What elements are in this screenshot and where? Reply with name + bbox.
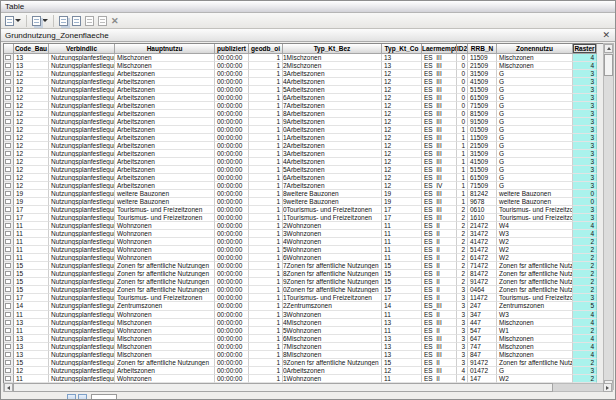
cell-raster[interactable]: 3	[573, 86, 597, 94]
cell-typ_kt_co[interactable]: 11	[382, 246, 422, 254]
cell-geodb_oi[interactable]: 1	[249, 238, 283, 246]
cell-rrb_n[interactable]: 647	[468, 335, 497, 343]
cell-publiziert[interactable]: 00:00:00	[215, 311, 249, 319]
cell-code_bau[interactable]: 19	[14, 198, 49, 206]
cell-laermempf[interactable]: ES_II	[422, 246, 457, 254]
horizontal-scroll-thumb[interactable]	[13, 383, 553, 392]
cell-raster[interactable]: 2	[573, 270, 597, 278]
cell-code_bau[interactable]: 15	[14, 359, 49, 367]
column-header-typ_kt_co[interactable]: Typ_Kt_Co	[382, 44, 422, 54]
cell-typ_kt_co[interactable]: 15	[382, 359, 422, 367]
cell-geodb_oi[interactable]: 1	[249, 278, 283, 286]
cell-geodb_oi[interactable]: 1	[249, 214, 283, 222]
cell-typ_kt_co[interactable]: 12	[382, 158, 422, 166]
scroll-right-button[interactable]	[603, 383, 612, 392]
cell-raster[interactable]: 2	[573, 262, 597, 270]
row-selector[interactable]	[4, 246, 14, 254]
cell-verbindlic[interactable]: Nutzungsplanfestlegung	[49, 302, 115, 310]
cell-typ_kt_bez[interactable]: 2Zentrumszonen	[283, 302, 382, 310]
cell-geodb_oi[interactable]: 1	[249, 70, 283, 78]
cell-hauptnutzu[interactable]: Mischzonen	[115, 351, 215, 359]
cell-laermempf[interactable]: ES_III	[422, 351, 457, 359]
cell-laermempf[interactable]: ES_II	[422, 294, 457, 302]
cell-code_bau[interactable]: 12	[14, 86, 49, 94]
cell-publiziert[interactable]: 00:00:00	[215, 343, 249, 351]
cell-raster[interactable]: 2	[573, 238, 597, 246]
cell-publiziert[interactable]: 00:00:00	[215, 270, 249, 278]
cell-hauptnutzu[interactable]: Zonen fsr affentliche Nutzungen	[115, 359, 215, 367]
cell-zonennutzu[interactable]: weitere Bauzonen	[497, 190, 573, 198]
column-header-hauptnutzu[interactable]: Hauptnutzu	[115, 44, 215, 54]
cell-laermempf[interactable]: ES_II	[422, 375, 457, 383]
cell-rrb_n[interactable]: 31472	[468, 230, 497, 238]
cell-typ_kt_bez[interactable]: 8Arbeitszonen	[283, 110, 382, 118]
cell-verbindlic[interactable]: Nutzungsplanfestlegung	[49, 158, 115, 166]
cell-publiziert[interactable]: 00:00:00	[215, 319, 249, 327]
cell-rrb_n[interactable]: 91472	[468, 359, 497, 367]
row-selector[interactable]	[4, 375, 14, 383]
cell-publiziert[interactable]: 00:00:00	[215, 335, 249, 343]
cell-raster[interactable]: 0	[573, 198, 597, 206]
cell-code_bau[interactable]: 11	[14, 230, 49, 238]
cell-id2[interactable]: 2	[457, 270, 468, 278]
cell-id2[interactable]: 2	[457, 230, 468, 238]
cell-typ_kt_co[interactable]: 15	[382, 262, 422, 270]
cell-rrb_n[interactable]: 0610	[468, 206, 497, 214]
cell-rrb_n[interactable]: 91472	[468, 278, 497, 286]
cell-typ_kt_co[interactable]: 13	[382, 335, 422, 343]
cell-typ_kt_bez[interactable]: 5Arbeitszonen	[283, 86, 382, 94]
cell-laermempf[interactable]: ES_II	[422, 327, 457, 335]
cell-geodb_oi[interactable]: 1	[249, 182, 283, 190]
cell-id2[interactable]: 3	[457, 327, 468, 335]
cell-verbindlic[interactable]: Nutzungsplanfestlegung	[49, 335, 115, 343]
row-selector[interactable]	[4, 54, 14, 62]
cell-laermempf[interactable]: ES_III	[422, 126, 457, 134]
cell-verbindlic[interactable]: Nutzungsplanfestlegung	[49, 278, 115, 286]
cell-typ_kt_co[interactable]: 13	[382, 54, 422, 62]
row-selector[interactable]	[4, 110, 14, 118]
cell-rrb_n[interactable]: 71472	[468, 262, 497, 270]
cell-raster[interactable]: 0	[573, 190, 597, 198]
cell-zonennutzu[interactable]: Tourismus- und Freizeitzonen	[497, 214, 573, 222]
cell-id2[interactable]: 2	[457, 278, 468, 286]
cell-publiziert[interactable]: 00:00:00	[215, 286, 249, 294]
cell-zonennutzu[interactable]: Mischzonen	[497, 62, 573, 70]
cell-hauptnutzu[interactable]: Arbeitszonen	[115, 174, 215, 182]
cell-verbindlic[interactable]: Nutzungsplanfestlegung	[49, 126, 115, 134]
cell-code_bau[interactable]: 13	[14, 62, 49, 70]
cell-laermempf[interactable]: ES_III	[422, 335, 457, 343]
row-selector[interactable]	[4, 78, 14, 86]
cell-typ_kt_bez[interactable]: 6Mischzonen	[283, 335, 382, 343]
cell-id2[interactable]: 4	[457, 367, 468, 375]
cell-raster[interactable]: 3	[573, 134, 597, 142]
cell-typ_kt_bez[interactable]: 1Tourismus- und Freizeitzonen	[283, 294, 382, 302]
cell-id2[interactable]: 1	[457, 134, 468, 142]
cell-id2[interactable]: 3	[457, 335, 468, 343]
row-selector[interactable]	[4, 174, 14, 182]
cell-typ_kt_co[interactable]: 12	[382, 367, 422, 375]
cell-rrb_n[interactable]: 61509	[468, 94, 497, 102]
cell-verbindlic[interactable]: Nutzungsplanfestlegung	[49, 166, 115, 174]
cell-code_bau[interactable]: 15	[14, 286, 49, 294]
cell-hauptnutzu[interactable]: Zonen fsr affentliche Nutzungen	[115, 278, 215, 286]
cell-id2[interactable]: 0	[457, 54, 468, 62]
cell-typ_kt_bez[interactable]: 1Wohnzonen	[283, 375, 382, 383]
cell-raster[interactable]: 3	[573, 294, 597, 302]
cell-hauptnutzu[interactable]: Wohnzonen	[115, 238, 215, 246]
cell-hauptnutzu[interactable]: Zonen fsr affentliche Nutzungen	[115, 286, 215, 294]
cell-code_bau[interactable]: 13	[14, 335, 49, 343]
cell-typ_kt_co[interactable]: 11	[382, 375, 422, 383]
cell-zonennutzu[interactable]: weitere Bauzonen	[497, 198, 573, 206]
cell-zonennutzu[interactable]: G	[497, 110, 573, 118]
cell-zonennutzu[interactable]: Zonen fsr affentliche Nutzungen	[497, 278, 573, 286]
cell-verbindlic[interactable]: Nutzungsplanfestlegung	[49, 270, 115, 278]
cell-typ_kt_co[interactable]: 12	[382, 166, 422, 174]
cell-typ_kt_bez[interactable]: 6Arbeitszonen	[283, 174, 382, 182]
cell-typ_kt_co[interactable]: 12	[382, 150, 422, 158]
cell-geodb_oi[interactable]: 1	[249, 102, 283, 110]
cell-raster[interactable]: 3	[573, 182, 597, 190]
switch-selection-button[interactable]	[71, 15, 82, 27]
cell-typ_kt_co[interactable]: 12	[382, 70, 422, 78]
cell-raster[interactable]: 3	[573, 158, 597, 166]
cell-laermempf[interactable]: ES_III	[422, 78, 457, 86]
